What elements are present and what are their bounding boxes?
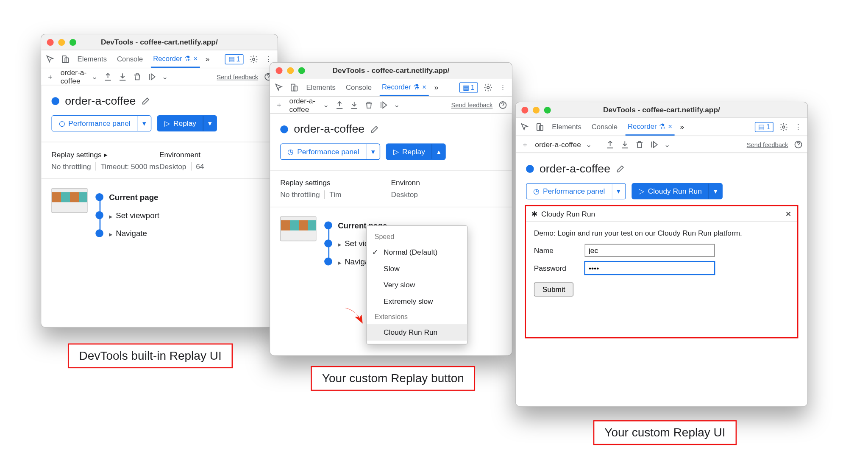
export-icon[interactable] bbox=[335, 100, 344, 109]
replay-dropdown[interactable]: ▾ bbox=[203, 116, 217, 131]
add-icon[interactable]: ＋ bbox=[275, 100, 284, 109]
replay-dropdown[interactable]: ▴ bbox=[432, 144, 445, 159]
name-field[interactable] bbox=[585, 244, 715, 257]
custom-replay-dropdown[interactable]: ▾ bbox=[709, 183, 722, 199]
issues-badge[interactable]: ▤1 bbox=[755, 122, 773, 132]
performance-panel-button[interactable]: ◷Performance panel ▾ bbox=[280, 144, 380, 160]
device-icon[interactable] bbox=[289, 83, 298, 92]
tab-elements[interactable]: Elements bbox=[304, 78, 338, 96]
chevron-down-icon[interactable]: ⌄ bbox=[664, 140, 670, 149]
step-set-viewport[interactable]: Set viewport bbox=[95, 206, 267, 225]
performance-panel-button[interactable]: ◷Performance panel ▾ bbox=[526, 183, 626, 200]
step-icon[interactable] bbox=[147, 72, 156, 81]
gear-icon[interactable] bbox=[779, 122, 788, 131]
help-icon[interactable] bbox=[498, 100, 507, 109]
gear-icon[interactable] bbox=[484, 83, 492, 92]
step-current-page[interactable]: Current page bbox=[95, 188, 267, 206]
password-field[interactable] bbox=[585, 261, 715, 275]
svg-rect-9 bbox=[540, 125, 543, 131]
tab-console[interactable]: Console bbox=[589, 118, 620, 136]
replay-button[interactable]: ▷Replay ▾ bbox=[157, 115, 217, 132]
delete-icon[interactable] bbox=[635, 140, 644, 149]
menu-item-slow[interactable]: Slow bbox=[367, 261, 467, 277]
export-icon[interactable] bbox=[103, 72, 112, 81]
import-icon[interactable] bbox=[620, 140, 629, 149]
performance-panel-dropdown[interactable]: ▾ bbox=[612, 183, 625, 199]
menu-item-extremely-slow[interactable]: Extremely slow bbox=[367, 293, 467, 310]
kebab-icon[interactable]: ⋮ bbox=[794, 122, 803, 131]
chevron-down-icon[interactable]: ⌄ bbox=[162, 72, 168, 81]
close-tab-icon[interactable]: × bbox=[422, 83, 426, 91]
issues-badge[interactable]: ▤1 bbox=[225, 54, 244, 64]
step-icon[interactable] bbox=[650, 140, 659, 149]
close-tab-icon[interactable]: × bbox=[193, 55, 198, 63]
action-buttons: ◷Performance panel ▾ ▷Cloudy Run Run ▾ bbox=[526, 183, 797, 200]
performance-panel-dropdown[interactable]: ▾ bbox=[137, 116, 151, 131]
popup-description: Demo: Login and run your test on our Clo… bbox=[534, 229, 790, 237]
feedback-link[interactable]: Send feedback bbox=[217, 73, 258, 80]
feedback-link[interactable]: Send feedback bbox=[451, 101, 493, 108]
import-icon[interactable] bbox=[118, 72, 127, 81]
replay-settings-header[interactable]: Replay settings bbox=[280, 178, 391, 187]
submit-button[interactable]: Submit bbox=[534, 283, 574, 297]
feedback-link[interactable]: Send feedback bbox=[747, 141, 788, 148]
recording-selector[interactable]: order-a-coffee bbox=[61, 68, 87, 85]
tab-recorder[interactable]: Recorder ⚗ × bbox=[380, 78, 429, 96]
close-tab-icon[interactable]: × bbox=[668, 122, 672, 131]
devtools-window-1: DevTools - coffee-cart.netlify.app/ Elem… bbox=[41, 34, 278, 328]
chevron-down-icon[interactable]: ⌄ bbox=[323, 100, 329, 109]
close-icon[interactable]: ✕ bbox=[785, 210, 792, 218]
edit-icon[interactable] bbox=[142, 96, 150, 105]
custom-replay-button[interactable]: ▷Cloudy Run Run ▾ bbox=[632, 183, 723, 200]
chevron-down-icon[interactable]: ⌄ bbox=[394, 100, 400, 109]
export-icon[interactable] bbox=[606, 140, 615, 149]
caption-builtin: DevTools built-in Replay UI bbox=[68, 343, 233, 368]
flask-icon: ⚗ bbox=[184, 54, 191, 63]
recording-selector[interactable]: order-a-coffee bbox=[289, 96, 318, 113]
svg-rect-5 bbox=[294, 86, 297, 91]
add-icon[interactable]: ＋ bbox=[46, 72, 55, 81]
record-dot-icon bbox=[280, 125, 288, 133]
tab-recorder[interactable]: Recorder ⚗ × bbox=[151, 50, 200, 68]
chevron-down-icon[interactable]: ⌄ bbox=[586, 140, 592, 149]
window-title: DevTools - coffee-cart.netlify.app/ bbox=[516, 106, 807, 114]
inspect-icon[interactable] bbox=[46, 55, 55, 64]
action-buttons: ◷Performance panel ▾ ▷Replay ▴ bbox=[280, 144, 502, 160]
tab-elements[interactable]: Elements bbox=[550, 118, 584, 136]
kebab-icon[interactable]: ⋮ bbox=[498, 83, 507, 92]
add-icon[interactable]: ＋ bbox=[520, 140, 529, 149]
tab-console[interactable]: Console bbox=[115, 50, 145, 68]
delete-icon[interactable] bbox=[364, 100, 373, 109]
more-tabs-icon[interactable]: » bbox=[680, 122, 684, 131]
chevron-down-icon[interactable]: ⌄ bbox=[92, 72, 98, 81]
step-navigate[interactable]: Navigate bbox=[95, 224, 267, 242]
gear-icon[interactable] bbox=[249, 55, 258, 64]
kebab-icon[interactable]: ⋮ bbox=[264, 55, 273, 64]
issues-badge[interactable]: ▤1 bbox=[459, 82, 478, 92]
import-icon[interactable] bbox=[350, 100, 359, 109]
menu-item-normal[interactable]: Normal (Default) bbox=[367, 244, 467, 261]
inspect-icon[interactable] bbox=[520, 122, 529, 131]
step-icon[interactable] bbox=[379, 100, 388, 109]
performance-panel-button[interactable]: ◷Performance panel ▾ bbox=[51, 115, 151, 132]
tab-elements[interactable]: Elements bbox=[75, 50, 109, 68]
tab-console[interactable]: Console bbox=[344, 78, 374, 96]
help-icon[interactable] bbox=[794, 140, 803, 149]
performance-panel-dropdown[interactable]: ▾ bbox=[366, 144, 380, 159]
device-icon[interactable] bbox=[535, 122, 544, 131]
more-tabs-icon[interactable]: » bbox=[434, 83, 439, 92]
menu-header-speed: Speed bbox=[367, 229, 467, 244]
record-dot-icon bbox=[526, 165, 534, 173]
replay-settings-header[interactable]: Replay settings ▸ bbox=[51, 150, 159, 159]
edit-icon[interactable] bbox=[370, 125, 379, 133]
inspect-icon[interactable] bbox=[275, 83, 284, 92]
tab-recorder[interactable]: Recorder ⚗ × bbox=[626, 118, 675, 136]
more-tabs-icon[interactable]: » bbox=[206, 55, 210, 63]
replay-button[interactable]: ▷Replay ▴ bbox=[386, 144, 446, 160]
edit-icon[interactable] bbox=[616, 164, 625, 173]
menu-item-very-slow[interactable]: Very slow bbox=[367, 277, 467, 293]
recording-selector[interactable]: order-a-coffee bbox=[535, 140, 581, 149]
delete-icon[interactable] bbox=[133, 72, 142, 81]
menu-item-extension[interactable]: Cloudy Run Run bbox=[367, 324, 467, 341]
device-icon[interactable] bbox=[61, 55, 70, 64]
